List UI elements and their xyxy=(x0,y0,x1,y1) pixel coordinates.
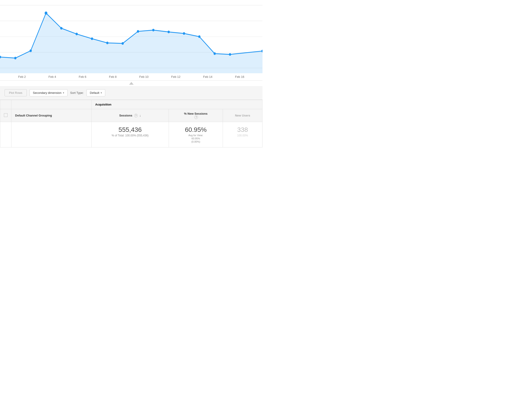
sort-default-label: Default xyxy=(90,91,99,94)
svg-point-9 xyxy=(60,27,63,29)
svg-point-13 xyxy=(122,42,124,45)
svg-point-14 xyxy=(137,30,139,32)
new-sessions-total-sub3: (0.00%) xyxy=(173,140,219,143)
svg-point-10 xyxy=(75,33,78,35)
sessions-sort-icon: ↓ xyxy=(139,114,141,117)
totals-checkbox-cell xyxy=(0,122,11,147)
x-label-feb16: Feb 16 xyxy=(235,75,244,78)
secondary-dim-label: Secondary dimension xyxy=(33,91,62,94)
acquisition-label: Acquisition xyxy=(95,103,112,106)
secondary-dimension-button[interactable]: Secondary dimension ▾ xyxy=(29,89,67,96)
x-label-feb10: Feb 10 xyxy=(139,75,149,78)
dim-header-empty-cell xyxy=(11,100,92,109)
table-header-group-row: Acquisition xyxy=(0,100,262,109)
svg-point-15 xyxy=(152,29,154,31)
new-users-column-header: New Users xyxy=(223,109,262,122)
new-users-total-sub: 100.00% xyxy=(226,134,259,137)
checkbox-cell-header xyxy=(0,109,11,122)
table-header-cols-row: Default Channel Grouping Sessions ? ↓ % … xyxy=(0,109,262,122)
x-label-feb8: Feb 8 xyxy=(109,75,116,78)
collapse-button[interactable] xyxy=(0,81,262,86)
toolbar: Plot Rows Secondary dimension ▾ Sort Typ… xyxy=(0,86,262,100)
sessions-column-header[interactable]: Sessions ? ↓ xyxy=(92,109,169,122)
svg-point-17 xyxy=(183,32,185,35)
dim-column-label: Default Channel Grouping xyxy=(15,114,52,117)
svg-point-7 xyxy=(29,49,32,52)
chevron-down-icon: ▾ xyxy=(63,92,64,94)
totals-new-users-cell: 338 100.00% xyxy=(223,122,262,147)
select-all-checkbox[interactable] xyxy=(4,113,8,117)
line-chart xyxy=(0,0,262,73)
new-sessions-column-header: % New Sessions ? xyxy=(169,109,223,122)
x-label-feb2: Feb 2 xyxy=(18,75,26,78)
new-sessions-help-icon[interactable]: ? xyxy=(194,115,198,119)
new-sessions-total-value: 60.95% xyxy=(173,126,219,133)
x-label-feb6: Feb 6 xyxy=(79,75,86,78)
new-sessions-total-sub2: 60.95% xyxy=(173,137,219,140)
svg-point-19 xyxy=(214,52,216,55)
acquisition-header: Acquisition xyxy=(92,100,262,109)
sessions-label: Sessions xyxy=(119,114,132,117)
checkbox-header-cell xyxy=(0,100,11,109)
x-label-feb12: Feb 12 xyxy=(171,75,180,78)
new-users-label: New Users xyxy=(235,114,250,117)
svg-point-18 xyxy=(198,35,200,38)
x-label-feb14: Feb 14 xyxy=(203,75,212,78)
totals-dim-cell xyxy=(11,122,92,147)
sessions-total-value: 555,436 xyxy=(95,126,165,133)
svg-point-16 xyxy=(168,31,170,33)
chart-svg xyxy=(0,0,262,73)
svg-point-11 xyxy=(91,37,93,40)
new-sessions-total-sub1: Avg for View: xyxy=(173,134,219,137)
new-sessions-label: % New Sessions xyxy=(184,112,207,115)
svg-point-6 xyxy=(14,57,17,59)
chevron-down-sort-icon: ▾ xyxy=(101,92,102,94)
x-label-feb4: Feb 4 xyxy=(48,75,56,78)
sort-default-button[interactable]: Default ▾ xyxy=(86,89,105,96)
new-users-total-value: 338 xyxy=(226,126,259,133)
svg-point-20 xyxy=(229,53,231,56)
totals-sessions-cell: 555,436 % of Total: 100.00% (555,436) xyxy=(92,122,169,147)
plot-rows-button[interactable]: Plot Rows xyxy=(5,89,27,96)
sessions-total-sub: % of Total: 100.00% (555,436) xyxy=(95,134,165,137)
totals-row: 555,436 % of Total: 100.00% (555,436) 60… xyxy=(0,122,262,147)
x-axis: Feb 2 Feb 4 Feb 6 Feb 8 Feb 10 Feb 12 Fe… xyxy=(0,73,262,81)
sessions-help-icon[interactable]: ? xyxy=(134,114,138,117)
triangle-up-icon xyxy=(129,82,134,85)
sort-type-label: Sort Type: xyxy=(70,91,84,94)
data-table: Acquisition Default Channel Grouping Ses… xyxy=(0,100,262,147)
svg-point-12 xyxy=(106,42,108,44)
svg-point-8 xyxy=(45,11,47,15)
totals-new-sessions-cell: 60.95% Avg for View: 60.95% (0.00%) xyxy=(169,122,223,147)
dim-column-header: Default Channel Grouping xyxy=(11,109,92,122)
